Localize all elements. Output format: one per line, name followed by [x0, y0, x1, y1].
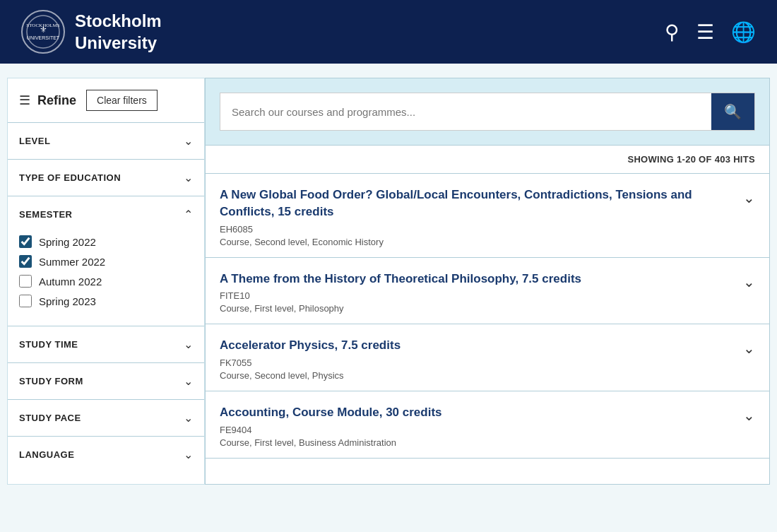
filter-study-time: STUDY TIME ⌄	[8, 326, 204, 362]
logo-area: STOCKHOLMS ⚜ UNIVERSITET Stockholm Unive…	[21, 10, 162, 54]
filter-type-of-education: TYPE OF EDUCATION ⌄	[8, 159, 204, 196]
chevron-down-icon: ⌄	[184, 338, 193, 351]
clear-filters-button[interactable]: Clear filters	[86, 90, 158, 111]
filter-level-label: LEVEL	[19, 136, 50, 146]
header-icons: ⚲ ☰ 🌐	[665, 20, 756, 44]
course-info: Accounting, Course Module, 30 credits FE…	[220, 404, 735, 448]
course-item[interactable]: A Theme from the History of Theoretical …	[206, 258, 769, 325]
course-info: Accelerator Physics, 7.5 credits FK7055 …	[220, 337, 735, 381]
filter-type-of-education-header[interactable]: TYPE OF EDUCATION ⌄	[8, 160, 204, 196]
search-box: 🔍	[220, 93, 755, 131]
language-icon[interactable]: 🌐	[731, 20, 756, 44]
filter-language-label: LANGUAGE	[19, 449, 74, 460]
filter-type-of-education-label: TYPE OF EDUCATION	[19, 172, 121, 183]
chevron-up-icon: ⌃	[184, 208, 193, 221]
filter-study-time-header[interactable]: STUDY TIME ⌄	[8, 326, 204, 362]
course-code: FK7055	[220, 357, 735, 368]
site-title[interactable]: Stockholm University	[75, 10, 162, 54]
course-meta: Course, First level, Philosophy	[220, 303, 735, 314]
filter-study-pace-header[interactable]: STUDY PACE ⌄	[8, 400, 204, 436]
course-item[interactable]: A New Global Food Order? Global/Local En…	[206, 174, 769, 258]
filter-study-pace-label: STUDY PACE	[19, 413, 81, 423]
results-section: SHOWING 1-20 OF 403 HITS A New Global Fo…	[205, 146, 770, 485]
expand-icon: ⌄	[743, 273, 755, 290]
semester-checkbox-spring-2023[interactable]	[19, 295, 32, 307]
content-area: 🔍 SHOWING 1-20 OF 403 HITS A New Global …	[205, 78, 770, 485]
filter-semester-content: Spring 2022 Summer 2022 Autumn 2022 Spri…	[8, 232, 204, 326]
semester-checkbox-autumn-2022[interactable]	[19, 275, 32, 288]
search-input[interactable]	[220, 96, 711, 128]
semester-checkbox-spring-2022[interactable]	[19, 235, 32, 248]
course-item[interactable]: Accounting, Course Module, 30 credits FE…	[206, 391, 769, 459]
filter-study-form: STUDY FORM ⌄	[8, 362, 204, 399]
search-section: 🔍	[205, 78, 770, 146]
filter-study-pace: STUDY PACE ⌄	[8, 399, 204, 436]
course-title: Accounting, Course Module, 30 credits	[220, 404, 735, 421]
semester-option-spring-2023[interactable]: Spring 2023	[19, 295, 193, 307]
course-title: A New Global Food Order? Global/Local En…	[220, 187, 735, 220]
menu-icon[interactable]: ☰	[696, 20, 714, 44]
semester-option-autumn-2022[interactable]: Autumn 2022	[19, 275, 193, 288]
course-meta: Course, Second level, Economic History	[220, 237, 735, 247]
search-button[interactable]: 🔍	[711, 93, 754, 130]
filter-level-header[interactable]: LEVEL ⌄	[8, 123, 204, 159]
semester-option-spring-2022[interactable]: Spring 2022	[19, 235, 193, 248]
filter-language-header[interactable]: LANGUAGE ⌄	[8, 437, 204, 473]
filter-language: LANGUAGE ⌄	[8, 436, 204, 473]
filter-semester-header[interactable]: SEMESTER ⌃	[8, 196, 204, 232]
course-code: FE9404	[220, 425, 735, 435]
semester-label-summer-2022: Summer 2022	[39, 256, 105, 268]
filter-semester: SEMESTER ⌃ Spring 2022 Summer 2022 Autum…	[8, 196, 204, 326]
course-info: A New Global Food Order? Global/Local En…	[220, 187, 735, 247]
main-container: ☰ Refine Clear filters LEVEL ⌄ TYPE OF E…	[0, 64, 777, 499]
semester-label-autumn-2022: Autumn 2022	[39, 276, 102, 288]
filter-icon: ☰	[19, 93, 30, 108]
chevron-down-icon: ⌄	[184, 448, 193, 461]
semester-checkbox-summer-2022[interactable]	[19, 255, 32, 268]
course-code: FITE10	[220, 290, 735, 301]
course-meta: Course, Second level, Physics	[220, 370, 735, 381]
semester-option-summer-2022[interactable]: Summer 2022	[19, 255, 193, 268]
refine-label: Refine	[37, 93, 76, 108]
course-title: A Theme from the History of Theoretical …	[220, 271, 735, 288]
chevron-down-icon: ⌄	[184, 171, 193, 184]
search-icon[interactable]: ⚲	[665, 20, 680, 44]
refine-header: ☰ Refine Clear filters	[8, 90, 204, 122]
semester-label-spring-2023: Spring 2023	[39, 295, 96, 307]
filter-study-form-header[interactable]: STUDY FORM ⌄	[8, 363, 204, 399]
course-title: Accelerator Physics, 7.5 credits	[220, 337, 735, 354]
filter-study-form-label: STUDY FORM	[19, 376, 83, 386]
svg-text:⚜: ⚜	[40, 25, 47, 35]
expand-icon: ⌄	[743, 407, 755, 424]
course-meta: Course, First level, Business Administra…	[220, 437, 735, 448]
chevron-down-icon: ⌄	[184, 134, 193, 148]
course-item[interactable]: Accelerator Physics, 7.5 credits FK7055 …	[206, 324, 769, 391]
semester-label-spring-2022: Spring 2022	[39, 236, 96, 248]
course-code: EH6085	[220, 224, 735, 235]
filter-level: LEVEL ⌄	[8, 122, 204, 159]
expand-icon: ⌄	[743, 340, 755, 357]
svg-text:UNIVERSITET: UNIVERSITET	[27, 35, 60, 40]
chevron-down-icon: ⌄	[184, 374, 193, 388]
site-header: STOCKHOLMS ⚜ UNIVERSITET Stockholm Unive…	[0, 0, 777, 64]
logo-emblem: STOCKHOLMS ⚜ UNIVERSITET	[21, 10, 65, 54]
chevron-down-icon: ⌄	[184, 411, 193, 425]
expand-icon: ⌄	[743, 189, 755, 206]
filter-semester-label: SEMESTER	[19, 209, 73, 220]
sidebar: ☰ Refine Clear filters LEVEL ⌄ TYPE OF E…	[7, 78, 205, 485]
results-count: SHOWING 1-20 OF 403 HITS	[206, 146, 769, 174]
course-info: A Theme from the History of Theoretical …	[220, 271, 735, 314]
filter-study-time-label: STUDY TIME	[19, 339, 78, 350]
